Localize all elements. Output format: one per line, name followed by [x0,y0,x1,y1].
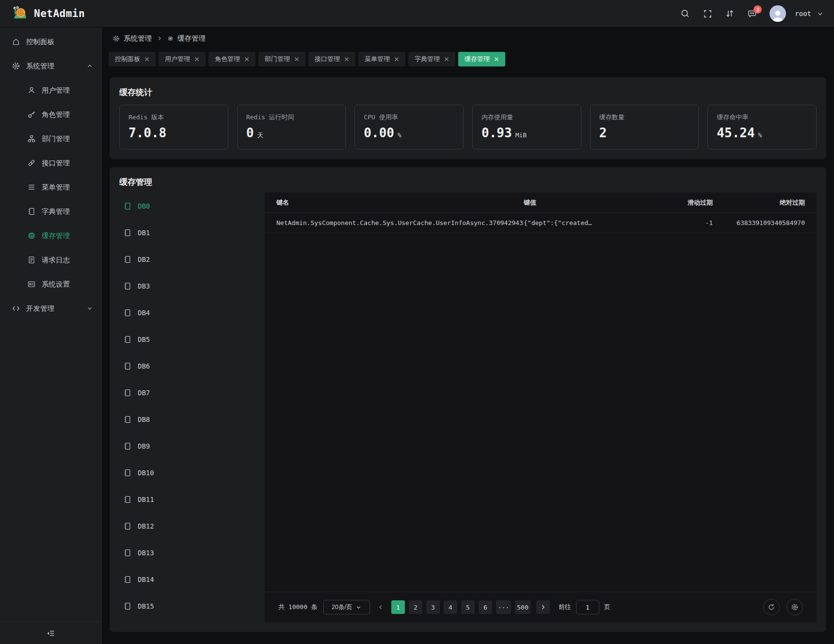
page-button-1[interactable]: 1 [391,600,405,614]
page-button-6[interactable]: 6 [479,600,492,614]
db-item-db11[interactable]: DB11 [119,486,265,513]
user-icon [27,86,36,95]
db-item-db5[interactable]: DB5 [119,326,265,353]
db-item-db10[interactable]: DB10 [119,459,265,486]
page-ellipsis-button[interactable]: ··· [496,600,511,614]
goto-label: 前往 [559,603,571,612]
database-icon [123,255,132,264]
database-icon [123,468,132,477]
sidebar-item-label: 部门管理 [42,134,70,144]
page-button-4[interactable]: 4 [444,600,457,614]
goto-page-input[interactable] [576,600,599,614]
breadcrumb-system[interactable]: 系统管理 [112,34,152,43]
user-avatar[interactable] [770,5,786,22]
sidebar-item-dashboard[interactable]: 控制面板 [0,30,101,54]
code-icon [12,304,20,313]
table-row[interactable]: NetAdmin.SysComponent.Cache.Sys.UserCach… [265,213,817,233]
tab-users[interactable]: 用户管理 [159,52,206,66]
close-icon[interactable] [494,57,499,62]
stat-cards: Redis 版本 7.0.8 Redis 运行时间 0天 CPU 使用率 0.0… [119,105,817,149]
sidebar-item-request-logs[interactable]: 请求日志 [0,248,101,272]
close-icon[interactable] [144,57,149,62]
breadcrumb-cache[interactable]: 缓存管理 [167,34,206,43]
sidebar-item-users[interactable]: 用户管理 [0,78,101,102]
tab-api[interactable]: 接口管理 [308,52,355,66]
db-item-db3[interactable]: DB3 [119,273,265,299]
db-item-db0[interactable]: DB0 [119,193,265,219]
db-item-db15[interactable]: DB15 [119,593,265,619]
db-item-db12[interactable]: DB12 [119,513,265,539]
total-count-label: 共 10000 条 [278,603,318,612]
db-item-db9[interactable]: DB9 [119,433,265,459]
db-item-db7[interactable]: DB7 [119,379,265,406]
db-item-db4[interactable]: DB4 [119,299,265,326]
db-item-db2[interactable]: DB2 [119,246,265,273]
db-item-db14[interactable]: DB14 [119,566,265,593]
cell-absolute-expiry: 638339109340584970 [713,219,805,226]
tab-departments[interactable]: 部门管理 [258,52,305,66]
close-icon[interactable] [444,57,449,62]
stat-value: 0 [246,126,254,140]
tab-dictionary[interactable]: 字典管理 [408,52,455,66]
sidebar-item-dictionary[interactable]: 字典管理 [0,199,101,224]
page-button-5[interactable]: 5 [461,600,475,614]
header-actions: 3 root [676,5,823,22]
brand[interactable]: NetAdmin [11,5,85,22]
prev-page-button[interactable] [376,604,385,610]
sidebar-item-system[interactable]: 系统管理 [0,54,101,78]
app-root: NetAdmin [0,0,834,644]
page-button-500[interactable]: 500 [515,600,530,614]
close-icon[interactable] [394,57,399,62]
table-settings-button[interactable] [786,599,803,615]
stat-label: 内存使用量 [481,113,572,122]
sidebar-item-cache[interactable]: 缓存管理 [0,224,101,248]
sidebar-item-roles[interactable]: 角色管理 [0,102,101,127]
sidebar-item-settings[interactable]: 系统设置 [0,272,101,296]
cpu-icon [167,35,174,42]
stat-card-redis-version: Redis 版本 7.0.8 [119,105,228,149]
close-icon[interactable] [294,57,299,62]
tab-label: 角色管理 [215,55,240,64]
db-label: DB8 [138,416,150,423]
notifications-button[interactable]: 3 [743,5,761,22]
sidebar-item-menus[interactable]: 菜单管理 [0,175,101,199]
tab-label: 部门管理 [265,55,290,64]
database-icon [123,548,132,557]
snail-logo-icon [11,5,28,22]
next-page-button[interactable] [536,600,550,614]
cell-key: NetAdmin.SysComponent.Cache.Sys.UserCach… [276,219,524,226]
close-icon[interactable] [344,57,349,62]
search-button[interactable] [676,5,694,22]
close-icon[interactable] [194,57,199,62]
db-item-db8[interactable]: DB8 [119,406,265,433]
sidebar-item-departments[interactable]: 部门管理 [0,127,101,151]
tab-menus[interactable]: 菜单管理 [358,52,405,66]
layout-switch-button[interactable] [721,5,738,22]
tab-cache[interactable]: 缓存管理 [458,52,505,66]
database-icon [123,282,132,290]
menu-lines-icon [27,183,36,192]
panel-title: 缓存统计 [119,87,817,98]
page-size-value: 20条/页 [332,603,352,612]
page-size-select[interactable]: 20条/页 [323,600,370,614]
fullscreen-button[interactable] [699,5,716,22]
tab-dashboard[interactable]: 控制面板 [109,52,156,66]
gear-icon [112,35,120,42]
page-button-2[interactable]: 2 [409,600,422,614]
db-item-db6[interactable]: DB6 [119,353,265,379]
username-label[interactable]: root [795,10,811,17]
close-icon[interactable] [244,57,249,62]
page-button-3[interactable]: 3 [426,600,440,614]
refresh-button[interactable] [763,599,780,615]
tab-roles[interactable]: 角色管理 [208,52,256,66]
sidebar-item-development[interactable]: 开发管理 [0,296,101,321]
sidebar-item-api[interactable]: 接口管理 [0,151,101,175]
user-menu-chevron-down-icon[interactable] [817,11,823,17]
database-icon [123,415,132,424]
goto-unit-label: 页 [604,603,610,612]
db-item-db13[interactable]: DB13 [119,539,265,566]
db-item-db1[interactable]: DB1 [119,219,265,246]
db-label: DB9 [138,442,150,450]
sidebar-item-label: 系统管理 [26,62,54,71]
sidebar-collapse-button[interactable] [0,622,101,644]
